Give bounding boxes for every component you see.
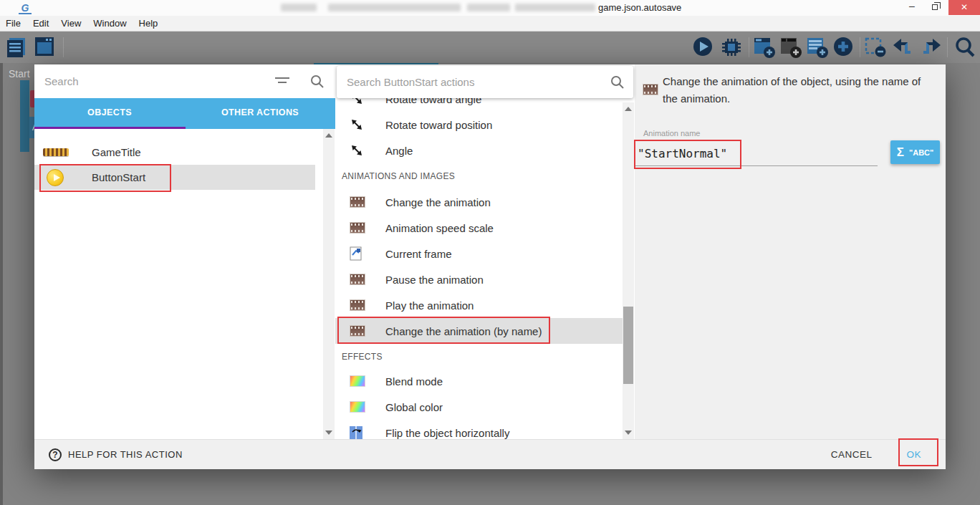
add-icon[interactable] — [833, 37, 856, 59]
ok-button[interactable]: OK — [892, 443, 936, 466]
undo-icon[interactable] — [892, 37, 915, 58]
action-label: Flip the object horizontally — [385, 427, 509, 439]
object-list-scrollbar[interactable] — [323, 129, 335, 439]
footer-actions: CANCEL OK — [821, 443, 936, 466]
blend-mode-icon — [350, 375, 365, 387]
buttonstart-play-icon — [47, 169, 64, 186]
animation-icon — [643, 84, 658, 95]
tab-other-actions[interactable]: OTHER ACTIONS — [185, 98, 335, 129]
object-name: ButtonStart — [92, 171, 145, 183]
gdevelop-logo-icon: G — [19, 1, 32, 14]
action-row[interactable]: Rotate toward position — [335, 112, 623, 138]
animation-icon — [350, 222, 365, 234]
toolbar-separator — [749, 37, 749, 57]
section-label: EFFECTS — [342, 352, 383, 362]
scroll-up-icon[interactable] — [625, 107, 632, 111]
play-icon[interactable] — [692, 37, 715, 58]
toolbar-separator — [947, 37, 948, 57]
dialog-footer: HELP FOR THIS ACTION CANCEL OK — [34, 439, 946, 469]
action-row[interactable]: Flip the object horizontally — [335, 420, 623, 439]
editor-left-edge — [0, 63, 3, 505]
actions-list-scrollbar[interactable] — [623, 102, 634, 439]
close-button[interactable]: ✕ — [948, 0, 980, 15]
actions-search-icon[interactable] — [610, 75, 625, 90]
parameter-label: Animation name — [643, 129, 701, 138]
cancel-button[interactable]: CANCEL — [821, 443, 883, 466]
action-label: Change the animation (by name) — [385, 325, 542, 337]
action-row[interactable]: Blend mode — [335, 368, 623, 394]
object-search-icon[interactable] — [310, 74, 325, 89]
title-blurred-segment — [281, 4, 317, 11]
gametitle-thumbnail-icon — [43, 148, 69, 156]
help-icon — [49, 448, 62, 461]
menu-window[interactable]: Window — [93, 18, 126, 29]
object-row-gametitle[interactable]: GameTitle — [34, 140, 315, 165]
help-for-this-action-button[interactable]: HELP FOR THIS ACTION — [49, 448, 183, 461]
menu-view[interactable]: View — [61, 18, 81, 29]
section-header: ANIMATIONS AND IMAGES — [335, 163, 623, 189]
animation-icon — [350, 196, 365, 208]
action-row[interactable]: Global color — [335, 394, 623, 420]
toolbar-search-icon[interactable] — [954, 37, 977, 59]
debug-icon[interactable] — [719, 37, 744, 58]
add-external-layout-icon[interactable] — [780, 37, 803, 59]
application-window: G game.json.autosave – ✕ File Edit View … — [0, 0, 980, 505]
animation-icon — [350, 274, 365, 285]
object-name: GameTitle — [92, 146, 141, 158]
scroll-up-icon[interactable] — [325, 133, 332, 138]
scroll-down-icon[interactable] — [625, 431, 632, 435]
restore-button[interactable] — [924, 0, 948, 15]
animation-icon — [350, 325, 365, 337]
remove-selection-icon[interactable] — [865, 37, 889, 59]
action-row[interactable]: Current frame — [335, 241, 623, 266]
restore-icon — [932, 4, 938, 10]
scrollbar-thumb[interactable] — [623, 307, 633, 384]
action-label: Animation speed scale — [385, 222, 494, 234]
actions-search-input[interactable] — [337, 66, 633, 98]
menu-file[interactable]: File — [6, 18, 21, 29]
action-row-selected[interactable]: Change the animation (by name) — [335, 318, 623, 344]
actions-list: Rotate toward angle Rotate toward positi… — [335, 64, 623, 439]
action-row[interactable]: Animation speed scale — [335, 215, 623, 241]
action-row[interactable]: Change the animation — [335, 189, 623, 215]
sigma-icon: Σ — [897, 145, 904, 160]
project-manager-icon[interactable] — [7, 37, 29, 58]
menu-bar: File Edit View Window Help — [0, 16, 980, 32]
global-color-icon — [350, 401, 365, 413]
rotate-arrow-icon — [350, 117, 364, 132]
expression-builder-label: "ABC" — [909, 148, 933, 157]
object-search-bar — [34, 64, 335, 98]
minimize-button[interactable]: – — [900, 0, 924, 15]
object-row-buttonstart[interactable]: ButtonStart — [34, 165, 315, 190]
add-external-events-icon[interactable] — [807, 37, 830, 59]
action-detail-panel: Change the animation of the object, usin… — [635, 64, 946, 439]
toolbar — [0, 32, 980, 63]
action-label: Pause the animation — [385, 274, 484, 286]
tab-objects[interactable]: OBJECTS — [34, 98, 185, 129]
menu-edit[interactable]: Edit — [33, 18, 49, 29]
scene-tab-label: Start — [9, 68, 30, 80]
expression-builder-button[interactable]: Σ "ABC" — [890, 140, 940, 164]
object-list: GameTitle ButtonStart — [34, 129, 323, 439]
start-page-icon[interactable] — [34, 37, 56, 58]
toolbar-separator — [860, 37, 860, 57]
animation-name-input[interactable] — [635, 142, 878, 166]
filter-icon[interactable] — [274, 77, 291, 87]
flip-horizontal-icon — [350, 426, 362, 439]
action-row[interactable]: Pause the animation — [335, 266, 623, 292]
action-label: Play the animation — [385, 299, 474, 312]
redo-icon[interactable] — [919, 37, 942, 58]
action-label: Rotate toward position — [385, 119, 492, 131]
object-tabs: OBJECTS OTHER ACTIONS — [34, 98, 335, 129]
title-blurred-segment — [515, 4, 595, 11]
add-scene-icon[interactable] — [754, 37, 777, 59]
help-label: HELP FOR THIS ACTION — [68, 449, 183, 460]
action-row[interactable]: Play the animation — [335, 292, 623, 318]
title-blurred-segment — [467, 4, 510, 11]
section-header: EFFECTS — [335, 344, 623, 370]
scroll-down-icon[interactable] — [325, 431, 332, 435]
action-label: Angle — [385, 145, 413, 157]
action-row[interactable]: Angle — [335, 138, 623, 163]
menu-help[interactable]: Help — [139, 18, 158, 29]
current-frame-icon — [350, 246, 362, 261]
